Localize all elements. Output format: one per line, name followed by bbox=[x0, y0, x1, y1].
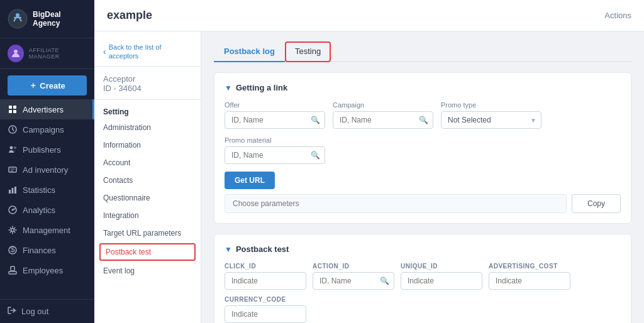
sidebar-nav: Advertisers Campaigns Publishers Ad inve… bbox=[0, 99, 94, 299]
svg-rect-6 bbox=[13, 110, 16, 113]
logout-label: Log out bbox=[21, 307, 48, 316]
offer-label: Offer bbox=[225, 101, 325, 109]
logout-button[interactable]: Log out bbox=[8, 306, 87, 317]
svg-rect-11 bbox=[9, 190, 11, 194]
management-icon bbox=[8, 225, 18, 235]
sidebar-item-campaigns[interactable]: Campaigns bbox=[0, 119, 94, 140]
svg-point-8 bbox=[10, 146, 13, 150]
offer-group: Offer 🔍 bbox=[225, 101, 325, 129]
promo-material-search-icon: 🔍 bbox=[311, 151, 320, 160]
getting-link-card: ▼ Getting a link Offer 🔍 Campaign bbox=[214, 72, 631, 224]
offer-search-icon: 🔍 bbox=[311, 116, 320, 124]
svg-rect-3 bbox=[9, 106, 12, 109]
sidebar-item-employees[interactable]: Employees bbox=[0, 260, 94, 280]
logo-icon bbox=[8, 9, 28, 29]
sidebar-item-management[interactable]: Management bbox=[0, 220, 94, 240]
svg-rect-10 bbox=[9, 167, 16, 172]
unique-id-input[interactable] bbox=[401, 272, 482, 290]
tabs: Postback log Testing bbox=[214, 41, 631, 62]
sub-nav-contacts[interactable]: Contacts bbox=[94, 172, 201, 189]
campaign-input[interactable] bbox=[333, 111, 433, 129]
page-title: example bbox=[107, 9, 152, 22]
sidebar: BigDeal Agency Affiliate Manager ＋ Creat… bbox=[0, 0, 94, 323]
campaign-input-wrapper: 🔍 bbox=[333, 111, 433, 129]
avatar bbox=[8, 45, 24, 62]
postback-test-title: ▼ Postback test bbox=[225, 244, 621, 254]
sub-nav-postback-test[interactable]: Postback test bbox=[99, 243, 196, 261]
getting-link-params-row: Copy bbox=[225, 194, 621, 213]
user-role: Affiliate Manager bbox=[29, 47, 87, 60]
statistics-icon bbox=[8, 185, 18, 195]
svg-rect-5 bbox=[9, 110, 12, 113]
svg-point-15 bbox=[12, 209, 14, 211]
sidebar-item-publishers[interactable]: Publishers bbox=[0, 140, 94, 160]
promo-material-input[interactable] bbox=[225, 146, 325, 164]
employees-icon bbox=[8, 265, 18, 275]
get-url-button[interactable]: Get URL bbox=[225, 172, 275, 189]
action-id-group: ACTION_ID 🔍 bbox=[313, 263, 394, 290]
svg-point-16 bbox=[11, 229, 14, 232]
acceptor-info: Acceptor ID - 34604 bbox=[94, 70, 201, 100]
click-id-input[interactable] bbox=[225, 272, 306, 290]
logo-title: BigDeal bbox=[33, 10, 61, 19]
sub-nav-integration[interactable]: Integration bbox=[94, 207, 201, 224]
main-content: example Actions ‹ Back to the list of ac… bbox=[94, 0, 644, 323]
promo-material-label: Promo material bbox=[225, 136, 325, 144]
svg-point-9 bbox=[14, 146, 16, 149]
currency-code-label: CURRENCY_CODE bbox=[225, 296, 306, 303]
getting-link-params-input[interactable] bbox=[225, 194, 567, 213]
unique-id-group: UNIQUE_ID bbox=[401, 263, 482, 290]
campaign-label: Campaign bbox=[333, 101, 433, 109]
svg-point-2 bbox=[14, 50, 18, 53]
content-wrapper: ‹ Back to the list of acceptors Acceptor… bbox=[94, 31, 644, 323]
acceptor-id: ID - 34604 bbox=[103, 84, 192, 93]
analytics-icon bbox=[8, 205, 18, 215]
sub-nav-information[interactable]: Information bbox=[94, 136, 201, 154]
acceptor-label: Acceptor bbox=[103, 74, 192, 84]
postback-form-row: CLICK_ID ACTION_ID 🔍 UNIQUE_ID bbox=[225, 263, 621, 323]
svg-rect-13 bbox=[14, 187, 16, 194]
promo-material-input-wrapper: 🔍 bbox=[225, 146, 325, 164]
promo-type-group: Promo type Not Selected ▼ bbox=[441, 101, 541, 129]
ad-inventory-icon bbox=[8, 165, 18, 175]
employees-label: Employees bbox=[23, 266, 63, 275]
action-id-input-wrapper: 🔍 bbox=[313, 272, 394, 290]
campaigns-icon bbox=[8, 124, 18, 134]
sidebar-item-statistics[interactable]: Statistics bbox=[0, 180, 94, 200]
tab-testing[interactable]: Testing bbox=[285, 41, 331, 62]
actions-button[interactable]: Actions bbox=[604, 11, 631, 20]
sub-nav-event-log[interactable]: Event log bbox=[94, 262, 201, 280]
logo-subtitle: Agency bbox=[33, 19, 61, 28]
sidebar-item-analytics[interactable]: Analytics bbox=[0, 200, 94, 220]
getting-link-copy-button[interactable]: Copy bbox=[572, 194, 621, 213]
publishers-icon bbox=[8, 145, 18, 155]
postback-triangle-icon: ▼ bbox=[225, 245, 232, 254]
promo-type-select[interactable]: Not Selected bbox=[441, 111, 541, 129]
svg-point-1 bbox=[16, 13, 19, 17]
offer-input-wrapper: 🔍 bbox=[225, 111, 325, 129]
sub-nav-account[interactable]: Account bbox=[94, 154, 201, 172]
advertising-cost-input[interactable] bbox=[489, 272, 570, 290]
sub-nav-questionnaire[interactable]: Questionnaire bbox=[94, 189, 201, 207]
back-link[interactable]: ‹ Back to the list of acceptors bbox=[94, 38, 201, 67]
svg-point-0 bbox=[8, 9, 27, 28]
back-label: Back to the list of acceptors bbox=[109, 43, 192, 61]
offer-input[interactable] bbox=[225, 111, 325, 129]
currency-code-input[interactable] bbox=[225, 305, 306, 323]
sidebar-item-finances[interactable]: $ Finances bbox=[0, 240, 94, 260]
analytics-label: Analytics bbox=[23, 205, 55, 215]
svg-text:$: $ bbox=[10, 246, 15, 254]
create-button[interactable]: ＋ Create bbox=[8, 75, 87, 96]
advertising-cost-label: ADVERTISING_COST bbox=[489, 263, 570, 270]
action-id-label: ACTION_ID bbox=[313, 263, 394, 270]
campaign-search-icon: 🔍 bbox=[419, 116, 428, 124]
tab-postback-log[interactable]: Postback log bbox=[214, 41, 285, 62]
sub-nav-target-url[interactable]: Target URL parameters bbox=[94, 224, 201, 242]
sidebar-footer: Log out bbox=[0, 299, 94, 323]
unique-id-label: UNIQUE_ID bbox=[401, 263, 482, 270]
sidebar-item-ad-inventory[interactable]: Ad inventory bbox=[0, 160, 94, 180]
sub-nav-administration[interactable]: Administration bbox=[94, 119, 201, 136]
sidebar-item-advertisers[interactable]: Advertisers bbox=[0, 99, 94, 119]
promo-type-label: Promo type bbox=[441, 101, 541, 109]
promo-type-select-wrapper: Not Selected ▼ bbox=[441, 111, 541, 129]
